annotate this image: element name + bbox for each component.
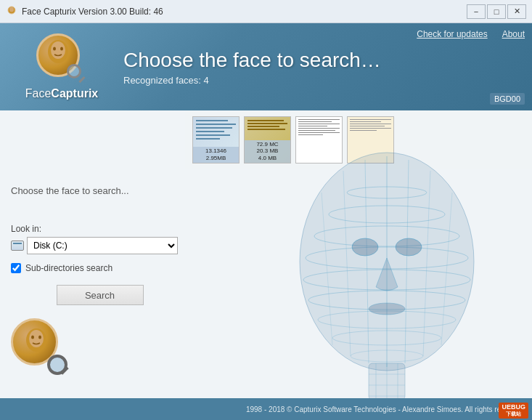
logo-area: FaceCapturix (15, 33, 109, 100)
disk-icon (11, 241, 24, 251)
thumb1-lines (193, 117, 239, 145)
thumb1-info: 13.13462.95MB (193, 147, 239, 162)
footer-text: 1998 - 2018 © Capturix Software Technolo… (246, 405, 525, 413)
svg-point-23 (352, 238, 378, 256)
check-updates-link[interactable]: Check for updates (417, 29, 487, 39)
header-avatar (36, 33, 87, 84)
svg-point-35 (31, 336, 34, 339)
face-3d-container (242, 140, 532, 398)
panel-title: Choose the face to search... (11, 185, 178, 196)
title-bar: Face Capturix Version 3.00 Build: 46 − □… (0, 0, 532, 23)
footer: 1998 - 2018 © Capturix Software Technolo… (0, 398, 532, 420)
look-in-dropdown[interactable]: Disk (C:) (27, 237, 178, 254)
header-subtitle: Recognized faces: 4 (123, 75, 517, 86)
main-content: 13.13462.95MB 72.9 MC20.3 MB4.0 MB (0, 110, 532, 398)
logo-text: FaceCapturix (25, 87, 98, 100)
header-title-area: Choose the face to search… Recognized fa… (109, 49, 517, 86)
header-main-title: Choose the face to search… (123, 49, 517, 72)
svg-point-3 (51, 41, 65, 59)
title-bar-text: Face Capturix Version 3.00 Build: 46 (22, 7, 467, 17)
maximize-button[interactable]: □ (487, 4, 506, 19)
svg-point-36 (38, 336, 41, 339)
subdirectories-checkbox[interactable] (11, 263, 21, 273)
dropdown-container: Disk (C:) (11, 237, 178, 254)
svg-point-34 (29, 330, 44, 347)
svg-point-5 (60, 47, 63, 51)
bgd-badge: BGD00 (490, 93, 525, 105)
header: FaceCapturix Choose the face to search… … (0, 23, 532, 110)
footer-logo: UEBUG 下载站 (499, 403, 528, 419)
bottom-avatar (11, 318, 69, 376)
bottom-magnifier-icon (47, 355, 67, 375)
svg-point-25 (369, 303, 405, 315)
svg-point-4 (53, 47, 56, 51)
svg-point-1 (9, 7, 14, 12)
app-icon (6, 6, 17, 17)
about-link[interactable]: About (502, 29, 525, 39)
subdirectories-row: Sub-directories search (11, 263, 178, 273)
svg-point-24 (396, 238, 422, 256)
magnifier-icon (67, 64, 87, 84)
face-3d-svg (249, 140, 525, 398)
minimize-button[interactable]: − (467, 4, 486, 19)
search-button[interactable]: Search (57, 285, 144, 305)
close-button[interactable]: ✕ (507, 4, 526, 19)
subdirectories-label: Sub-directories search (25, 263, 112, 273)
header-links: Check for updates About (417, 29, 525, 39)
look-in-label: Look in: (11, 224, 178, 234)
thumbnail-1[interactable]: 13.13462.95MB (192, 116, 240, 163)
window-controls: − □ ✕ (467, 4, 526, 19)
